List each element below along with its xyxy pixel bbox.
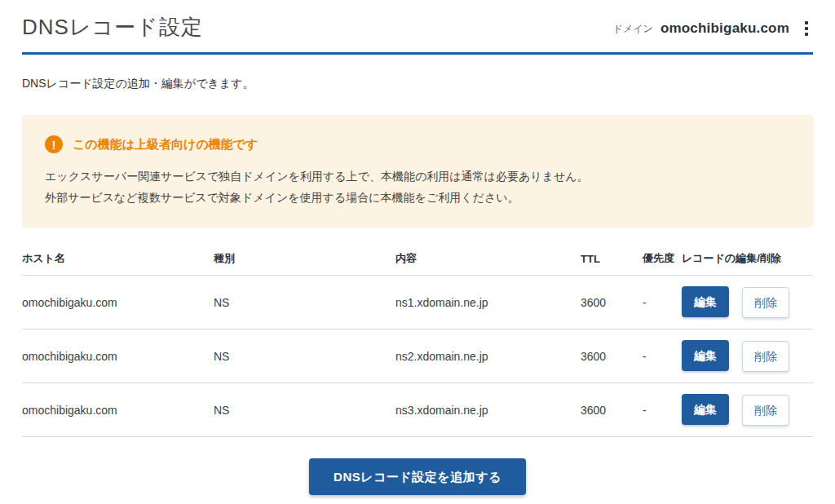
cell-content: ns2.xdomain.ne.jp	[395, 329, 581, 383]
col-header-ttl: TTL	[581, 251, 643, 276]
cell-ttl: 3600	[581, 276, 643, 329]
cell-ttl: 3600	[581, 329, 643, 383]
notice-body: エックスサーバー関連サービスで独自ドメインを利用する上で、本機能の利用は通常は必…	[45, 166, 790, 208]
cell-content: ns1.xdomain.ne.jp	[395, 276, 581, 329]
cell-actions: 編集 削除	[682, 383, 813, 437]
cell-type: NS	[214, 276, 395, 329]
col-header-priority: 優先度	[643, 251, 682, 276]
table-row: omochibigaku.com NS ns2.xdomain.ne.jp 36…	[22, 329, 813, 383]
cell-host: omochibigaku.com	[22, 383, 214, 437]
page-description: DNSレコード設定の追加・編集ができます。	[22, 77, 813, 91]
notice-line-2: 外部サービスなど複数サービスで対象ドメインを使用する場合に本機能をご利用ください…	[45, 187, 790, 208]
edit-button[interactable]: 編集	[682, 286, 729, 317]
add-dns-record-button[interactable]: DNSレコード設定を追加する	[309, 458, 526, 495]
notice-line-1: エックスサーバー関連サービスで独自ドメインを利用する上で、本機能の利用は通常は必…	[45, 166, 790, 187]
warning-exclamation-icon: !	[45, 135, 63, 153]
kebab-menu-icon[interactable]	[800, 19, 813, 38]
notice-header: ! この機能は上級者向けの機能です	[45, 135, 790, 153]
header-divider	[22, 52, 813, 55]
page-title: DNSレコード設定	[22, 13, 203, 42]
cell-priority: -	[643, 276, 682, 329]
edit-button[interactable]: 編集	[682, 394, 729, 425]
cell-actions: 編集 削除	[682, 329, 813, 383]
edit-button[interactable]: 編集	[682, 340, 729, 371]
table-row: omochibigaku.com NS ns3.xdomain.ne.jp 36…	[22, 383, 813, 437]
col-header-actions: レコードの編集/削除	[682, 251, 813, 276]
table-row: omochibigaku.com NS ns1.xdomain.ne.jp 36…	[22, 276, 813, 329]
col-header-content: 内容	[395, 251, 581, 276]
delete-button[interactable]: 削除	[742, 395, 789, 426]
cell-priority: -	[643, 329, 682, 383]
page-header: DNSレコード設定 ドメイン omochibigaku.com	[22, 13, 813, 42]
cell-type: NS	[214, 383, 395, 437]
col-header-type: 種別	[214, 251, 395, 276]
footer: DNSレコード設定を追加する	[22, 458, 813, 495]
cell-host: omochibigaku.com	[22, 276, 214, 329]
col-header-host: ホスト名	[22, 251, 214, 276]
cell-host: omochibigaku.com	[22, 329, 214, 383]
delete-button[interactable]: 削除	[742, 341, 789, 372]
dns-settings-page: DNSレコード設定 ドメイン omochibigaku.com DNSレコード設…	[0, 0, 835, 495]
dns-records-table: ホスト名 種別 内容 TTL 優先度 レコードの編集/削除 omochibiga…	[22, 251, 813, 437]
domain-label: ドメイン	[613, 22, 653, 36]
domain-value: omochibigaku.com	[660, 20, 789, 37]
domain-area: ドメイン omochibigaku.com	[613, 19, 813, 42]
cell-actions: 編集 削除	[682, 276, 813, 329]
advanced-feature-notice: ! この機能は上級者向けの機能です エックスサーバー関連サービスで独自ドメインを…	[22, 115, 813, 228]
cell-ttl: 3600	[581, 383, 643, 437]
cell-priority: -	[643, 383, 682, 437]
delete-button[interactable]: 削除	[742, 287, 789, 318]
notice-title: この機能は上級者向けの機能です	[73, 137, 258, 153]
table-header-row: ホスト名 種別 内容 TTL 優先度 レコードの編集/削除	[22, 251, 813, 276]
cell-type: NS	[214, 329, 395, 383]
cell-content: ns3.xdomain.ne.jp	[395, 383, 581, 437]
